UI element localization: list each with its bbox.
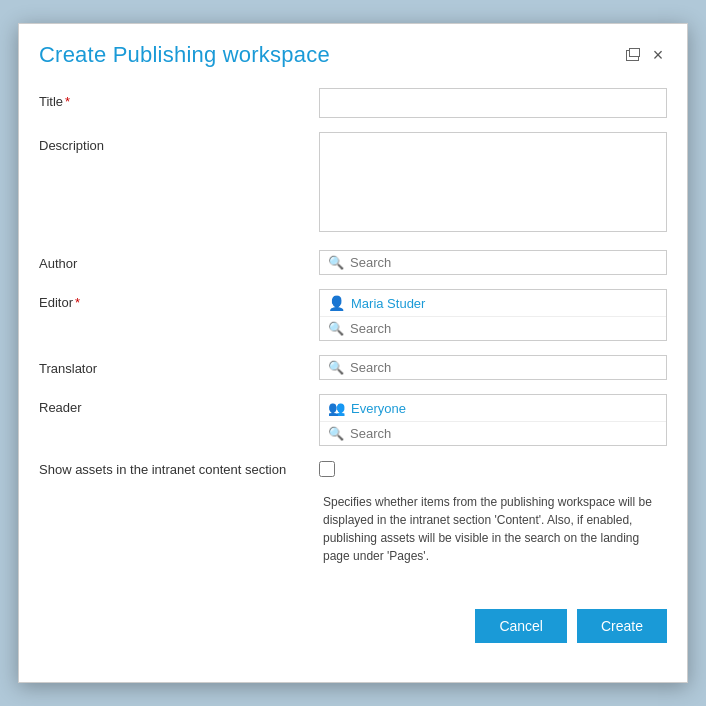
- author-row: Author 🔍: [39, 250, 667, 275]
- title-label: Title*: [39, 88, 319, 109]
- translator-label: Translator: [39, 355, 319, 376]
- author-label: Author: [39, 250, 319, 271]
- translator-search-icon: 🔍: [328, 360, 344, 375]
- dialog-title: Create Publishing workspace: [39, 42, 330, 68]
- editor-person-name: Maria Studer: [351, 296, 425, 311]
- dialog-footer: Cancel Create: [19, 599, 687, 663]
- reader-row: Reader 👥 Everyone 🔍: [39, 394, 667, 446]
- description-row: Description: [39, 132, 667, 236]
- editor-control: 👤 Maria Studer 🔍: [319, 289, 667, 341]
- author-search-box[interactable]: 🔍: [319, 250, 667, 275]
- editor-label: Editor*: [39, 289, 319, 310]
- reader-search-row[interactable]: 🔍: [320, 422, 666, 445]
- editor-people-picker: 👤 Maria Studer 🔍: [319, 289, 667, 341]
- translator-control: 🔍: [319, 355, 667, 380]
- editor-person-item: 👤 Maria Studer: [320, 290, 666, 317]
- translator-search-input[interactable]: [350, 360, 658, 375]
- translator-row: Translator 🔍: [39, 355, 667, 380]
- title-row: Title*: [39, 88, 667, 118]
- create-button[interactable]: Create: [577, 609, 667, 643]
- close-button[interactable]: ×: [649, 46, 667, 64]
- description-control: [319, 132, 667, 236]
- show-assets-control: [319, 460, 667, 477]
- author-search-input[interactable]: [350, 255, 658, 270]
- cancel-button[interactable]: Cancel: [475, 609, 567, 643]
- create-publishing-workspace-dialog: Create Publishing workspace × Title* Des…: [18, 23, 688, 683]
- dialog-body: Title* Description Author 🔍: [19, 78, 687, 599]
- translator-search-box[interactable]: 🔍: [319, 355, 667, 380]
- dialog-controls: ×: [623, 46, 667, 64]
- title-control: [319, 88, 667, 118]
- show-assets-description: Specifies whether items from the publish…: [319, 493, 667, 565]
- description-info-row: Specifies whether items from the publish…: [39, 487, 667, 565]
- show-assets-label: Show assets in the intranet content sect…: [39, 460, 319, 477]
- dialog-titlebar: Create Publishing workspace ×: [19, 24, 687, 78]
- editor-search-row[interactable]: 🔍: [320, 317, 666, 340]
- show-assets-row: Show assets in the intranet content sect…: [39, 460, 667, 477]
- title-input[interactable]: [319, 88, 667, 118]
- description-input[interactable]: [319, 132, 667, 232]
- reader-group-icon: 👥: [328, 400, 345, 416]
- reader-group-item: 👥 Everyone: [320, 395, 666, 422]
- restore-icon: [626, 50, 639, 61]
- show-assets-checkbox[interactable]: [319, 461, 335, 477]
- reader-people-picker: 👥 Everyone 🔍: [319, 394, 667, 446]
- title-required-star: *: [65, 94, 70, 109]
- reader-label: Reader: [39, 394, 319, 415]
- editor-search-input[interactable]: [350, 321, 658, 336]
- editor-required-star: *: [75, 295, 80, 310]
- reader-control: 👥 Everyone 🔍: [319, 394, 667, 446]
- reader-search-input[interactable]: [350, 426, 658, 441]
- editor-person-icon: 👤: [328, 295, 345, 311]
- restore-button[interactable]: [623, 46, 641, 64]
- editor-row: Editor* 👤 Maria Studer 🔍: [39, 289, 667, 341]
- description-label: Description: [39, 132, 319, 153]
- author-control: 🔍: [319, 250, 667, 275]
- editor-search-icon: 🔍: [328, 321, 344, 336]
- reader-search-icon: 🔍: [328, 426, 344, 441]
- author-search-icon: 🔍: [328, 255, 344, 270]
- reader-group-name: Everyone: [351, 401, 406, 416]
